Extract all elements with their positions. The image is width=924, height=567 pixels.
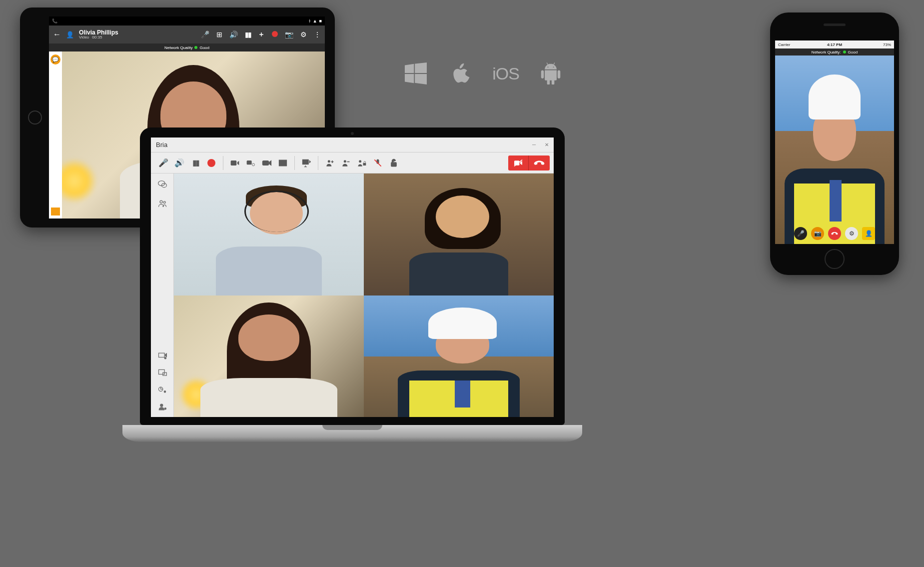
more-icon[interactable]: ⋮ bbox=[314, 30, 321, 38]
app-title: Bria bbox=[156, 141, 167, 148]
android-status-bar: 📞 ᚼ ▲ ■ bbox=[49, 16, 325, 26]
svg-rect-11 bbox=[363, 163, 366, 166]
end-call-button[interactable] bbox=[529, 156, 550, 170]
end-call-button[interactable] bbox=[828, 227, 841, 240]
svg-point-21 bbox=[164, 358, 166, 359]
settings-icon[interactable]: ⚙ bbox=[300, 30, 307, 38]
chat-icon[interactable] bbox=[155, 178, 169, 190]
svg-point-10 bbox=[359, 160, 361, 162]
pause-icon[interactable]: ▮▮ bbox=[190, 158, 201, 168]
svg-point-18 bbox=[160, 200, 162, 203]
windows-icon bbox=[405, 62, 427, 84]
bluetooth-icon: ᚼ bbox=[308, 18, 311, 24]
focus-view-icon[interactable] bbox=[155, 401, 169, 413]
svg-rect-13 bbox=[391, 162, 396, 166]
phone-home-button[interactable] bbox=[825, 249, 845, 269]
svg-rect-3 bbox=[263, 160, 269, 164]
svg-point-9 bbox=[344, 160, 346, 162]
add-icon[interactable]: ＋ bbox=[258, 30, 265, 39]
camera-button[interactable]: 📷 bbox=[811, 227, 824, 240]
stop-video-button[interactable] bbox=[508, 156, 529, 170]
grid-view-icon[interactable] bbox=[277, 158, 288, 168]
mute-icon[interactable]: 🎤 bbox=[201, 30, 209, 38]
back-icon[interactable]: ← bbox=[53, 30, 61, 39]
call-toolbar: 🎤 🔊 ▮▮ bbox=[151, 152, 554, 174]
svg-point-8 bbox=[328, 160, 330, 162]
svg-rect-7 bbox=[303, 160, 309, 164]
network-label: Network Quality bbox=[164, 46, 192, 50]
network-status-icon bbox=[194, 46, 197, 49]
call-duration: 00:35 bbox=[92, 36, 102, 40]
tablet-sidebar: 💬 bbox=[49, 52, 62, 218]
svg-point-25 bbox=[164, 391, 165, 392]
camera-icon[interactable] bbox=[261, 158, 272, 168]
network-quality-bar: Network Quality Good bbox=[49, 44, 325, 52]
lock-participant-icon[interactable] bbox=[356, 158, 367, 168]
svg-rect-0 bbox=[231, 160, 237, 166]
window-title-bar: Bria ─ ✕ bbox=[151, 138, 554, 152]
remove-participant-icon[interactable] bbox=[340, 158, 351, 168]
mute-all-icon[interactable] bbox=[372, 158, 383, 168]
self-view-icon[interactable] bbox=[155, 350, 169, 362]
tablet-home-button[interactable] bbox=[28, 110, 42, 124]
phone-screen: Carrier 4:17 PM 73% Network Quality: Goo… bbox=[775, 40, 894, 244]
self-view-button[interactable]: 👤 bbox=[862, 227, 875, 240]
laptop-device: Bria ─ ✕ 🎤 🔊 ▮▮ bbox=[140, 128, 565, 442]
bria-window: Bria ─ ✕ 🎤 🔊 ▮▮ bbox=[151, 138, 554, 417]
svg-rect-1 bbox=[247, 160, 252, 164]
network-status-icon bbox=[843, 50, 846, 54]
ios-status-bar: Carrier 4:17 PM 73% bbox=[775, 40, 894, 48]
participant-tile-3[interactable] bbox=[174, 296, 364, 418]
dialpad-icon[interactable]: ⊞ bbox=[216, 30, 222, 38]
settings-button[interactable]: ⚙ bbox=[845, 227, 858, 240]
camera-swap-icon[interactable]: 📷 bbox=[285, 30, 293, 38]
carrier-label: Carrier bbox=[778, 42, 790, 47]
participant-tile-1[interactable] bbox=[174, 174, 364, 296]
participant-tile-2[interactable] bbox=[364, 174, 554, 296]
close-button[interactable]: ✕ bbox=[545, 142, 549, 148]
video-settings-icon[interactable] bbox=[245, 158, 256, 168]
remote-video: 🎤 📷 ⚙ 👤 bbox=[775, 56, 894, 244]
speaker-icon[interactable]: 🔊 bbox=[229, 30, 238, 38]
svg-rect-22 bbox=[158, 370, 164, 374]
pause-icon[interactable]: ▮▮ bbox=[245, 30, 251, 38]
stop-video-icon[interactable] bbox=[229, 158, 240, 168]
self-view-icon[interactable] bbox=[51, 208, 60, 216]
phone-device: Carrier 4:17 PM 73% Network Quality: Goo… bbox=[770, 12, 899, 275]
laptop-camera bbox=[351, 132, 354, 135]
minimize-button[interactable]: ─ bbox=[532, 142, 536, 148]
call-top-bar: ← 👤 Olivia Phillips Video 00:35 🎤 ⊞ 🔊 ▮▮… bbox=[49, 26, 325, 44]
video-grid bbox=[174, 174, 554, 417]
participant-tile-4[interactable] bbox=[364, 296, 554, 418]
svg-point-19 bbox=[163, 202, 165, 204]
ios-icon: iOS bbox=[495, 62, 517, 84]
phone-icon: 📞 bbox=[52, 18, 57, 24]
unlock-icon[interactable] bbox=[388, 158, 399, 168]
laptop-base bbox=[122, 425, 582, 442]
call-type: Video bbox=[79, 36, 89, 40]
svg-point-26 bbox=[160, 404, 162, 406]
left-sidebar bbox=[151, 174, 174, 417]
network-quality-bar: Network Quality: Good bbox=[775, 48, 894, 56]
mute-mic-icon[interactable]: 🎤 bbox=[158, 158, 169, 168]
stats-icon[interactable] bbox=[155, 384, 169, 396]
mute-button[interactable]: 🎤 bbox=[794, 227, 807, 240]
chat-icon[interactable]: 💬 bbox=[50, 54, 60, 64]
status-time: 4:17 PM bbox=[827, 42, 842, 47]
share-screen-icon[interactable] bbox=[301, 158, 312, 168]
battery-icon: ■ bbox=[319, 18, 322, 24]
add-participant-icon[interactable] bbox=[324, 158, 335, 168]
phone-speaker bbox=[824, 24, 846, 26]
android-icon bbox=[540, 62, 562, 84]
battery-label: 73% bbox=[883, 42, 891, 47]
speaker-icon[interactable]: 🔊 bbox=[174, 158, 185, 168]
contact-icon[interactable]: 👤 bbox=[66, 31, 74, 38]
record-icon[interactable] bbox=[272, 30, 278, 38]
participants-icon[interactable] bbox=[155, 198, 169, 210]
svg-point-2 bbox=[252, 163, 255, 166]
svg-rect-20 bbox=[158, 353, 164, 357]
record-icon[interactable] bbox=[206, 158, 217, 168]
apple-icon bbox=[450, 62, 472, 84]
layout-icon[interactable] bbox=[155, 367, 169, 379]
network-status: Good bbox=[848, 50, 858, 54]
